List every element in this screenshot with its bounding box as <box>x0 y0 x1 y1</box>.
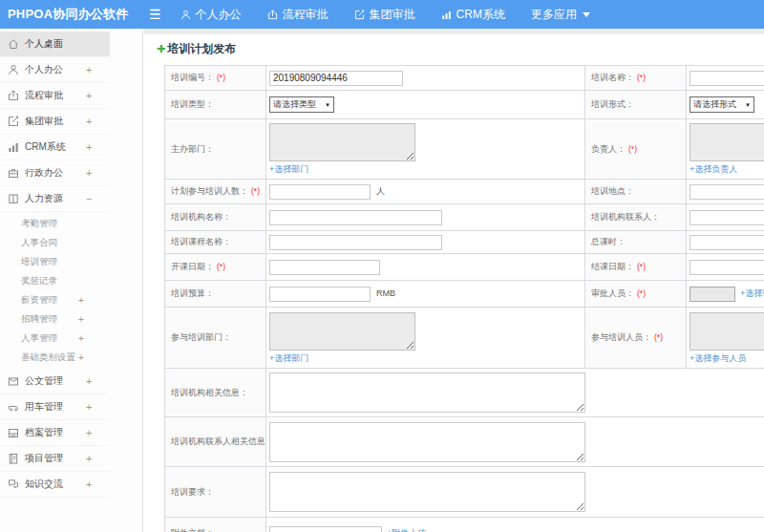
required-mark: (*) <box>637 73 646 82</box>
requirement-textarea[interactable] <box>269 472 585 512</box>
form-row: 培训课程名称： 总课时： <box>165 231 764 254</box>
sidebar-item-archives-mgmt[interactable]: 档案管理 + <box>0 420 110 446</box>
sidebar-item-crm-system[interactable]: CRM系统 + <box>0 135 110 160</box>
leader-textarea[interactable] <box>690 123 764 161</box>
top-navigation-bar: PHPOA协同办公软件 ☰ 个人办公 流程审批 集团审批 CRM系统 <box>0 0 764 29</box>
expand-plus-icon[interactable]: + <box>86 479 92 490</box>
form-row: 培训预算： RMB 审批人员：(*) +选择审批人员 <box>165 281 764 308</box>
expand-plus-icon[interactable]: + <box>86 90 92 101</box>
expand-plus-icon[interactable]: + <box>86 141 92 153</box>
sidebar-item-knowledge-exchange[interactable]: 知识交流 + <box>0 472 110 498</box>
training-form-select[interactable]: 请选择形式 ▼ <box>690 96 754 113</box>
form-row: 培训机构联系人相关信息： <box>165 417 764 467</box>
budget-input[interactable] <box>269 287 371 302</box>
sidebar-navigation: 个人桌面 个人办公 + 流程审批 + 集团审批 + CRM系统 + 行政办公 + <box>0 29 143 532</box>
topnav-item-group-approval[interactable]: 集团审批 <box>354 7 415 23</box>
expand-plus-icon[interactable]: + <box>86 64 92 75</box>
host-dept-textarea[interactable] <box>269 123 415 161</box>
sidebar-subitem-rewards[interactable]: 奖惩记录 <box>0 271 142 290</box>
collapse-minus-icon[interactable]: − <box>86 193 92 204</box>
sidebar-subitem-base-category[interactable]: 基础类别设置 + <box>0 348 142 367</box>
bar-chart-icon <box>441 10 452 20</box>
select-leader-link[interactable]: +选择负责人 <box>690 163 737 176</box>
select-dept-link[interactable]: +选择部门 <box>269 352 308 365</box>
edit-square-icon <box>354 10 365 20</box>
topnav-label: 更多应用 <box>531 7 577 23</box>
select-participants-link[interactable]: +选择参与人员 <box>690 352 746 365</box>
location-input[interactable] <box>690 184 764 200</box>
page-title: ✚ 培训计划发布 <box>157 42 764 55</box>
expand-plus-icon[interactable]: + <box>86 116 92 127</box>
sidebar-item-workflow-approval[interactable]: 流程审批 + <box>0 83 110 109</box>
expand-plus-icon[interactable]: + <box>86 453 92 464</box>
hamburger-menu-icon[interactable]: ☰ <box>149 0 161 29</box>
expand-plus-icon[interactable]: + <box>86 167 92 179</box>
expand-plus-icon[interactable]: + <box>78 333 84 344</box>
required-mark: (*) <box>251 186 260 196</box>
form-row: 参与培训部门： +选择部门 参与培训人员：(*) +选择参与人员 <box>165 308 764 369</box>
sidebar-subitem-recruitment[interactable]: 招聘管理 + <box>0 309 142 329</box>
bar-chart-icon <box>8 141 19 153</box>
org-name-label: 培训机构名称： <box>171 212 231 222</box>
training-name-input[interactable] <box>690 71 764 86</box>
topnav-label: 集团审批 <box>370 7 415 23</box>
form-row: 培训要求： <box>165 467 764 518</box>
sidebar-item-human-resources[interactable]: 人力资源 − <box>0 186 110 212</box>
training-name-label: 培训名称： <box>591 73 634 82</box>
expand-plus-icon[interactable]: + <box>86 427 92 438</box>
sidebar-subitem-personnel[interactable]: 人事管理 + <box>0 329 142 348</box>
expand-plus-icon[interactable]: + <box>78 314 84 325</box>
sidebar-item-personal-office[interactable]: 个人办公 + <box>0 57 110 83</box>
attachment-input[interactable] <box>269 526 382 532</box>
total-hours-input[interactable] <box>690 235 764 250</box>
org-info-textarea[interactable] <box>269 372 585 413</box>
approver-input[interactable] <box>690 287 735 302</box>
location-label: 培训地点： <box>591 186 634 196</box>
user-icon <box>8 64 19 75</box>
sidebar-item-admin-office[interactable]: 行政办公 + <box>0 160 110 186</box>
approver-label: 审批人员： <box>591 288 634 298</box>
sidebar-item-vehicle-mgmt[interactable]: 用车管理 + <box>0 394 110 420</box>
attachment-upload-link[interactable]: +附件上传 <box>387 528 426 532</box>
required-mark: (*) <box>654 332 663 342</box>
topnav-item-crm-system[interactable]: CRM系统 <box>441 7 505 23</box>
planned-count-input[interactable] <box>269 184 371 200</box>
select-approver-link[interactable]: +选择审批人员 <box>740 288 764 298</box>
join-people-textarea[interactable] <box>690 312 764 351</box>
select-dept-link[interactable]: +选择部门 <box>269 163 308 176</box>
sidebar-subitem-hr-contract[interactable]: 人事合同 <box>0 233 142 252</box>
topnav-item-personal-office[interactable]: 个人办公 <box>180 7 242 23</box>
sidebar-item-project-mgmt[interactable]: 项目管理 + <box>0 446 110 472</box>
course-name-input[interactable] <box>269 235 442 250</box>
expand-plus-icon[interactable]: + <box>78 295 84 306</box>
sidebar-subitem-training[interactable]: 培训管理 <box>0 252 142 271</box>
join-dept-textarea[interactable] <box>269 312 415 351</box>
start-date-input[interactable] <box>269 260 380 275</box>
topnav-item-workflow-approval[interactable]: 流程审批 <box>267 7 329 23</box>
sidebar-item-group-approval[interactable]: 集团审批 + <box>0 109 110 135</box>
top-nav-menu: 个人办公 流程审批 集团审批 CRM系统 更多应用 <box>180 7 616 23</box>
car-icon <box>8 401 19 413</box>
required-mark: (*) <box>217 73 225 82</box>
org-name-input[interactable] <box>269 210 442 225</box>
training-form-label: 培训形式： <box>591 99 634 109</box>
content-top-strip <box>144 29 764 34</box>
sidebar-item-personal-desktop[interactable]: 个人桌面 <box>0 32 110 57</box>
sidebar-subitem-attendance[interactable]: 考勤管理 <box>0 214 142 233</box>
expand-plus-icon[interactable]: + <box>86 375 92 387</box>
attachment-label: 附件文档： <box>171 528 214 532</box>
workflow-icon <box>8 90 19 101</box>
training-no-input[interactable] <box>269 71 403 86</box>
topnav-label: 个人办公 <box>196 7 242 23</box>
training-type-select[interactable]: 请选择类型 ▼ <box>269 96 334 113</box>
chat-icon <box>8 479 19 490</box>
expand-plus-icon[interactable]: + <box>86 401 92 413</box>
topnav-item-more-apps[interactable]: 更多应用 <box>531 7 590 23</box>
org-contact-info-textarea[interactable] <box>269 422 585 462</box>
org-contact-input[interactable] <box>690 210 764 225</box>
end-date-input[interactable] <box>690 260 764 275</box>
plus-icon: ✚ <box>157 42 165 55</box>
sidebar-item-official-docs[interactable]: 公文管理 + <box>0 369 110 394</box>
sidebar-subitem-salary[interactable]: 薪资管理 + <box>0 290 142 309</box>
expand-plus-icon[interactable]: + <box>78 352 84 363</box>
